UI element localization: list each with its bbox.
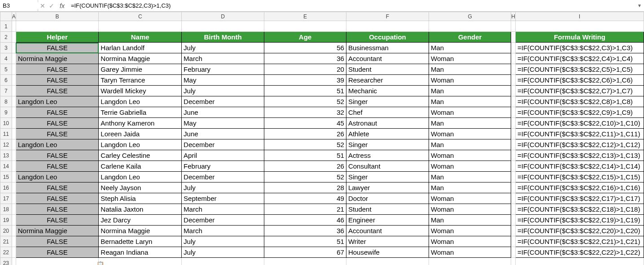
cell-A1[interactable] xyxy=(12,21,16,32)
cell-E22[interactable]: 67 xyxy=(264,247,346,258)
cell-F8[interactable]: Singer xyxy=(346,96,429,107)
row-header-20[interactable]: 20 xyxy=(0,226,12,236)
cell-A14[interactable] xyxy=(12,161,16,172)
cell-G16[interactable]: Man xyxy=(429,182,511,193)
cell-G8[interactable]: Man xyxy=(429,96,511,107)
cell-E23[interactable] xyxy=(264,258,346,265)
cell-F22[interactable]: Housewife xyxy=(346,247,429,258)
cell-D12[interactable]: December xyxy=(182,139,264,150)
cell-E6[interactable]: 39 xyxy=(264,75,346,86)
col-header-I[interactable]: I xyxy=(516,12,644,21)
cell-I16[interactable]: =IF(COUNTIF($C$3:$C$22,C16)>1,C16) xyxy=(516,182,644,193)
cell-B22[interactable]: FALSE xyxy=(16,247,99,258)
cell-I3[interactable]: =IF(COUNTIF($C$3:$C$22,C3)>1,C3) xyxy=(516,43,644,53)
cell-I12[interactable]: =IF(COUNTIF($C$3:$C$22,C12)>1,C12) xyxy=(516,139,644,150)
row-header-19[interactable]: 19 xyxy=(0,215,12,226)
cell-G3[interactable]: Man xyxy=(429,43,511,53)
row-header-6[interactable]: 6 xyxy=(0,75,12,86)
col-header-G[interactable]: G xyxy=(429,12,511,21)
cell-H19[interactable] xyxy=(511,215,516,226)
cell-A19[interactable] xyxy=(12,215,16,226)
cell-C1[interactable] xyxy=(99,21,182,32)
cell-D19[interactable]: December xyxy=(182,215,264,226)
cell-E14[interactable]: 26 xyxy=(264,161,346,172)
cell-F5[interactable]: Student xyxy=(346,64,429,75)
cell-C10[interactable]: Anthony Kameron xyxy=(99,118,182,129)
row-header-14[interactable]: 14 xyxy=(0,161,12,172)
cell-G11[interactable]: Woman xyxy=(429,129,511,139)
cell-E11[interactable]: 26 xyxy=(264,129,346,139)
cell-F10[interactable]: Astronaut xyxy=(346,118,429,129)
cell-A7[interactable] xyxy=(12,86,16,96)
cell-C6[interactable]: Taryn Terrance xyxy=(99,75,182,86)
cell-B9[interactable]: FALSE xyxy=(16,107,99,118)
cell-B8[interactable]: Langdon Leo xyxy=(16,96,99,107)
cell-G7[interactable]: Man xyxy=(429,86,511,96)
row-header-11[interactable]: 11 xyxy=(0,129,12,139)
cell-G22[interactable]: Woman xyxy=(429,247,511,258)
cell-C22[interactable]: Reagan Indiana xyxy=(99,247,182,258)
cell-C20[interactable]: Normina Maggie xyxy=(99,226,182,236)
cell-G5[interactable]: Man xyxy=(429,64,511,75)
cell-F9[interactable]: Chef xyxy=(346,107,429,118)
cell-C3[interactable]: Harlan Landolf xyxy=(99,43,182,53)
cell-F3[interactable]: Businessman xyxy=(346,43,429,53)
cell-I23[interactable] xyxy=(516,258,644,265)
cell-D22[interactable]: July xyxy=(182,247,264,258)
cell-E18[interactable]: 21 xyxy=(264,204,346,215)
cell-D9[interactable]: June xyxy=(182,107,264,118)
cell-H9[interactable] xyxy=(511,107,516,118)
cell-B2[interactable]: Helper xyxy=(16,32,99,43)
cell-G23[interactable] xyxy=(429,258,511,265)
cell-C21[interactable]: Bernadette Laryn xyxy=(99,236,182,247)
cell-D6[interactable]: May xyxy=(182,75,264,86)
fx-icon[interactable]: fx xyxy=(58,2,66,9)
cell-D15[interactable]: December xyxy=(182,172,264,182)
cell-G18[interactable]: Woman xyxy=(429,204,511,215)
cell-F15[interactable]: Singer xyxy=(346,172,429,182)
cell-I6[interactable]: =IF(COUNTIF($C$3:$C$22,C6)>1,C6) xyxy=(516,75,644,86)
cell-B19[interactable]: FALSE xyxy=(16,215,99,226)
cell-I1[interactable] xyxy=(516,21,644,32)
cell-A8[interactable] xyxy=(12,96,16,107)
cell-D23[interactable] xyxy=(182,258,264,265)
cell-I14[interactable]: =IF(COUNTIF($C$3:$C$22,C14)>1,C14) xyxy=(516,161,644,172)
cell-H11[interactable] xyxy=(511,129,516,139)
cell-C15[interactable]: Langdon Leo xyxy=(99,172,182,182)
cell-I4[interactable]: =IF(COUNTIF($C$3:$C$22,C4)>1,C4) xyxy=(516,53,644,64)
row-header-1[interactable]: 1 xyxy=(0,21,12,32)
cell-H21[interactable] xyxy=(511,236,516,247)
select-all-corner[interactable] xyxy=(0,12,12,21)
cell-F12[interactable]: Singer xyxy=(346,139,429,150)
cell-B14[interactable]: FALSE xyxy=(16,161,99,172)
cell-D3[interactable]: July xyxy=(182,43,264,53)
cell-E19[interactable]: 46 xyxy=(264,215,346,226)
cell-H3[interactable] xyxy=(511,43,516,53)
cell-F21[interactable]: Writer xyxy=(346,236,429,247)
cell-E12[interactable]: 52 xyxy=(264,139,346,150)
cell-D18[interactable]: March xyxy=(182,204,264,215)
cell-B1[interactable] xyxy=(16,21,99,32)
cell-C7[interactable]: Wardell Mickey xyxy=(99,86,182,96)
cell-D16[interactable]: July xyxy=(182,182,264,193)
cell-D8[interactable]: December xyxy=(182,96,264,107)
row-header-9[interactable]: 9 xyxy=(0,107,12,118)
cell-E5[interactable]: 20 xyxy=(264,64,346,75)
cell-C2[interactable]: Name xyxy=(99,32,182,43)
row-header-18[interactable]: 18 xyxy=(0,204,12,215)
cell-I20[interactable]: =IF(COUNTIF($C$3:$C$22,C20)>1,C20) xyxy=(516,226,644,236)
cell-B6[interactable]: FALSE xyxy=(16,75,99,86)
cell-D7[interactable]: July xyxy=(182,86,264,96)
cell-D14[interactable]: February xyxy=(182,161,264,172)
cell-A15[interactable] xyxy=(12,172,16,182)
cell-G17[interactable]: Woman xyxy=(429,193,511,204)
cell-B21[interactable]: FALSE xyxy=(16,236,99,247)
cell-F1[interactable] xyxy=(346,21,429,32)
row-header-22[interactable]: 22 xyxy=(0,247,12,258)
cell-B17[interactable]: FALSE xyxy=(16,193,99,204)
cell-D20[interactable]: March xyxy=(182,226,264,236)
row-header-23[interactable]: 23 xyxy=(0,258,12,265)
cell-I21[interactable]: =IF(COUNTIF($C$3:$C$22,C21)>1,C21) xyxy=(516,236,644,247)
cell-F13[interactable]: Actress xyxy=(346,150,429,161)
cell-F2[interactable]: Occupation xyxy=(346,32,429,43)
